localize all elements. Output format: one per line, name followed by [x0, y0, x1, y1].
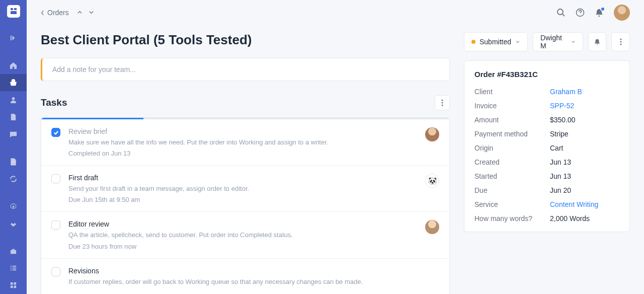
order-details: Order #F43B321C ClientGraham BInvoiceSPP… — [464, 60, 630, 232]
svg-rect-10 — [14, 282, 16, 285]
detail-row: StartedJun 13 — [474, 172, 619, 180]
task-row: RevisionsIf customer replies, order will… — [41, 259, 449, 294]
svg-rect-2 — [11, 250, 16, 254]
task-meta: Due Jun 15th at 9:50 am — [68, 196, 417, 203]
task-description: Send your first draft in a team message,… — [68, 184, 417, 193]
more-actions[interactable] — [611, 32, 630, 51]
detail-value: Jun 20 — [550, 186, 571, 194]
svg-rect-6 — [13, 268, 17, 269]
detail-label: Payment method — [474, 130, 550, 138]
assignee-selector[interactable]: Dwight M — [533, 32, 583, 51]
task-description: QA the article, spellcheck, send to cust… — [68, 231, 417, 240]
help-icon[interactable] — [576, 8, 585, 17]
detail-value: 2,000 Words — [550, 214, 590, 223]
task-assignee-avatar[interactable] — [425, 220, 439, 234]
detail-row: ClientGraham B — [474, 88, 619, 96]
nav-messages[interactable] — [0, 125, 27, 142]
tasks-menu[interactable] — [435, 95, 450, 110]
detail-label: Due — [474, 186, 550, 194]
task-row: Review briefMake sure we have all the in… — [41, 119, 449, 166]
detail-row: ServiceContent Writing — [474, 200, 619, 208]
svg-point-18 — [620, 39, 621, 40]
detail-value: Jun 13 — [550, 172, 571, 180]
detail-row: OriginCart — [474, 144, 619, 152]
next-order[interactable] — [89, 8, 94, 17]
svg-rect-8 — [13, 270, 17, 271]
nav-orders[interactable] — [0, 74, 27, 91]
detail-value: $350.00 — [550, 116, 576, 124]
task-assignee-avatar[interactable] — [425, 127, 439, 141]
task-title: Review brief — [68, 127, 417, 135]
nav-sync[interactable] — [0, 170, 27, 187]
svg-rect-4 — [13, 266, 17, 267]
order-id-header: Order #F43B321C — [474, 70, 619, 79]
breadcrumb-label: Orders — [47, 9, 69, 17]
svg-point-15 — [442, 100, 443, 101]
nav-clients[interactable] — [0, 91, 27, 108]
svg-point-19 — [620, 41, 621, 43]
svg-rect-11 — [11, 286, 13, 288]
detail-value: Cart — [550, 144, 563, 152]
assignee-label: Dwight M — [540, 34, 567, 50]
task-description: Make sure we have all the info we need. … — [68, 138, 417, 147]
user-avatar[interactable] — [614, 5, 630, 21]
page-title: Best Client Portal (5 Tools Tested) — [41, 32, 450, 48]
prev-order[interactable] — [77, 8, 83, 17]
nav-home[interactable] — [0, 57, 27, 74]
team-note-input[interactable]: Add a note for your team... — [41, 58, 450, 81]
task-checkbox[interactable] — [51, 220, 60, 230]
detail-row: Payment methodStripe — [474, 130, 619, 138]
detail-label: Invoice — [474, 102, 550, 110]
task-checkbox[interactable] — [51, 267, 60, 276]
nav-invoices[interactable] — [0, 153, 27, 170]
detail-label: Client — [474, 88, 550, 96]
status-selector[interactable]: Submitted — [464, 32, 528, 51]
task-description: If customer replies, order will go back … — [68, 277, 439, 286]
detail-label: How many words? — [474, 214, 550, 223]
detail-value[interactable]: Content Writing — [550, 200, 598, 208]
detail-value: Stripe — [550, 130, 569, 138]
task-checkbox[interactable] — [51, 128, 60, 137]
nav-list[interactable] — [0, 260, 27, 277]
notification-badge — [600, 7, 605, 12]
nav-toolbox[interactable] — [0, 243, 27, 260]
task-row: Editor reviewQA the article, spellcheck,… — [41, 212, 449, 258]
detail-value[interactable]: SPP-52 — [550, 102, 574, 110]
status-dot-icon — [471, 40, 475, 44]
nav-grid[interactable] — [0, 277, 27, 294]
task-meta: Completed on Jun 13 — [68, 150, 417, 157]
svg-point-1 — [13, 205, 15, 207]
detail-label: Amount — [474, 116, 550, 124]
detail-label: Created — [474, 158, 550, 166]
svg-rect-12 — [14, 286, 16, 288]
notifications-icon[interactable] — [595, 8, 604, 17]
svg-rect-9 — [11, 282, 13, 285]
detail-value[interactable]: Graham B — [550, 88, 582, 96]
nav-collapse[interactable] — [0, 30, 27, 47]
breadcrumb-back[interactable]: Orders — [41, 9, 69, 17]
task-title: Revisions — [68, 267, 439, 275]
task-assignee-avatar[interactable]: 🐼 — [425, 174, 439, 188]
status-label: Submitted — [479, 38, 511, 46]
detail-label: Origin — [474, 144, 550, 152]
search-icon[interactable] — [556, 8, 566, 17]
svg-point-17 — [442, 105, 443, 106]
app-logo[interactable] — [7, 5, 20, 18]
task-checkbox[interactable] — [51, 174, 60, 183]
detail-row: How many words?2,000 Words — [474, 214, 619, 223]
task-row: First draftSend your first draft in a te… — [41, 166, 449, 212]
detail-label: Started — [474, 172, 550, 180]
tasks-heading: Tasks — [41, 97, 67, 108]
subscribe-button[interactable] — [588, 32, 607, 51]
nav-partners[interactable] — [0, 215, 27, 232]
sidebar-nav — [0, 0, 27, 294]
svg-point-13 — [557, 9, 563, 15]
nav-settings[interactable] — [0, 198, 27, 215]
svg-rect-5 — [11, 268, 12, 269]
task-title: Editor review — [68, 220, 417, 228]
detail-row: DueJun 20 — [474, 186, 619, 194]
tasks-panel: Review briefMake sure we have all the in… — [41, 117, 450, 294]
nav-files[interactable] — [0, 108, 27, 125]
svg-rect-3 — [11, 266, 12, 267]
topbar: Orders — [27, 0, 644, 25]
